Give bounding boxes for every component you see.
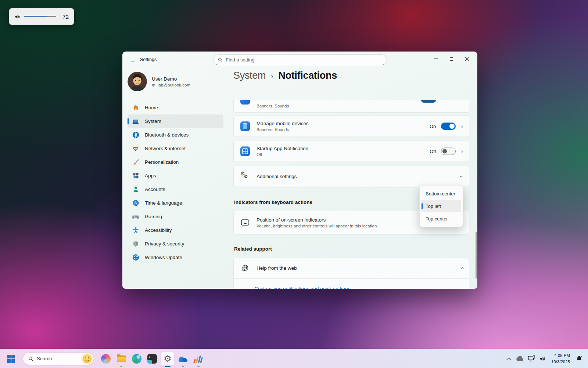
- sidebar-item-label: Gaming: [145, 214, 162, 219]
- manage-mobile-devices-row[interactable]: Manage mobile devices Banners, Sounds On…: [233, 116, 469, 137]
- onedrive-app-button[interactable]: [176, 352, 190, 365]
- settings-search-input[interactable]: [226, 57, 382, 63]
- tray-clock[interactable]: 4:05 PM 10/3/2025: [550, 353, 571, 365]
- file-explorer-icon: [116, 354, 126, 364]
- svg-text:z: z: [581, 355, 582, 358]
- toggle-state-label: Off: [430, 149, 436, 154]
- setting-subtitle: Volume, brightness and other controls wi…: [257, 224, 377, 228]
- clipped-setting-row[interactable]: Banners, Sounds: [233, 100, 469, 113]
- dropdown-option-bottom-center[interactable]: Bottom center: [421, 187, 461, 200]
- settings-app-button[interactable]: ⚙: [161, 352, 174, 365]
- help-link[interactable]: Customizing notifications and quick sett…: [254, 286, 350, 289]
- settings-window: ← Settings User Demo: [122, 52, 477, 289]
- colorful-bars-app-button[interactable]: [192, 352, 205, 365]
- help-link-row: Customizing notifications and quick sett…: [234, 279, 469, 289]
- setting-title: Help from the web: [257, 265, 297, 271]
- startup-app-notification-toggle[interactable]: [441, 148, 456, 155]
- tray-chevron-up[interactable]: [504, 354, 513, 363]
- setting-title: Position of on-screen indicators: [257, 217, 377, 223]
- accessibility-person-icon: [132, 227, 139, 234]
- running-indicator: [182, 366, 184, 367]
- search-icon: [218, 57, 223, 63]
- globe-search-icon: [240, 263, 250, 273]
- titlebar: ← Settings: [122, 52, 477, 68]
- desktop-wallpaper: 72 ← Settings: [0, 0, 588, 368]
- file-explorer-button[interactable]: [115, 352, 128, 365]
- sidebar-item-time-language[interactable]: Time & language: [128, 196, 223, 210]
- sidebar-item-label: Privacy & security: [145, 241, 184, 247]
- terminal-icon: ›_: [147, 354, 157, 364]
- setting-subtitle: Off: [257, 152, 308, 157]
- notification-bell-button[interactable]: z: [574, 354, 584, 363]
- sidebar-item-label: Network & internet: [145, 146, 186, 151]
- setting-title: Startup App Notification: [257, 146, 308, 151]
- user-email: m_lab@outlook.com: [152, 83, 190, 87]
- maximize-button[interactable]: [444, 54, 459, 64]
- weather-smiley-icon: [83, 354, 92, 363]
- sidebar-item-network[interactable]: Network & internet: [128, 142, 223, 155]
- sidebar-item-personalization[interactable]: Personalization: [128, 155, 223, 169]
- clock-globe-icon: [132, 199, 139, 207]
- section-header-related: Related support: [234, 246, 469, 252]
- sidebar-item-system[interactable]: System: [128, 114, 223, 128]
- user-name: User Demo: [152, 76, 190, 82]
- minimize-icon: [434, 59, 438, 59]
- page-title: Notifications: [278, 70, 337, 81]
- sidebar-item-apps[interactable]: Apps: [128, 169, 223, 183]
- search-icon: [28, 356, 33, 361]
- sidebar-item-privacy[interactable]: Privacy & security: [128, 237, 223, 251]
- tray-date: 10/3/2025: [551, 359, 570, 365]
- colorful-bars-app-icon: [193, 354, 204, 363]
- sidebar-item-label: Time & language: [145, 200, 182, 206]
- sidebar-item-bluetooth[interactable]: Bluetooth & devices: [128, 128, 223, 142]
- onedrive-icon: [178, 357, 188, 363]
- sidebar-item-accessibility[interactable]: Accessibility: [128, 223, 223, 237]
- toggle-state-label: On: [430, 124, 436, 129]
- position-dropdown-menu: Bottom center Top left Top center: [419, 185, 463, 227]
- toggle-partial[interactable]: [421, 100, 436, 103]
- copilot-button[interactable]: [99, 352, 112, 365]
- sidebar-item-label: Windows Update: [145, 255, 182, 260]
- volume-flyout: 72: [9, 8, 74, 25]
- manage-mobile-devices-toggle[interactable]: [441, 123, 456, 130]
- tray-network-icon[interactable]: [527, 354, 536, 363]
- sidebar-item-gaming[interactable]: Gaming: [128, 210, 223, 223]
- update-icon: [132, 254, 139, 261]
- back-button[interactable]: ←: [128, 55, 139, 65]
- close-button[interactable]: [459, 54, 474, 64]
- taskbar-search[interactable]: Search: [23, 353, 94, 365]
- edge-button[interactable]: [130, 352, 143, 365]
- dropdown-option-top-center[interactable]: Top center: [421, 212, 461, 225]
- bell-dnd-icon: z: [576, 355, 583, 362]
- gamepad-icon: [132, 213, 139, 220]
- person-icon: [132, 186, 139, 193]
- tray-time: 4:05 PM: [551, 353, 570, 359]
- volume-slider[interactable]: [24, 16, 56, 17]
- volume-value: 72: [61, 14, 69, 20]
- additional-settings-row[interactable]: ⚙ ⚙ Additional settings ›: [233, 166, 469, 187]
- sidebar-item-label: Personalization: [145, 159, 179, 165]
- tray-volume-icon[interactable]: [538, 354, 547, 363]
- edge-icon: [132, 354, 141, 364]
- dropdown-option-top-left[interactable]: Top left: [421, 200, 461, 212]
- copilot-icon: [101, 354, 111, 364]
- startup-app-notification-row[interactable]: Startup App Notification Off Off ›: [233, 141, 469, 162]
- sidebar-item-label: Accounts: [145, 187, 165, 192]
- sidebar-item-label: Bluetooth & devices: [145, 132, 189, 138]
- sidebar-item-home[interactable]: Home: [128, 101, 223, 114]
- terminal-button[interactable]: ›_: [146, 352, 159, 365]
- volume-slider-fill: [24, 16, 47, 17]
- help-from-web-row[interactable]: Help from the web ›: [234, 258, 469, 278]
- settings-search-box[interactable]: [213, 54, 387, 65]
- tray-onedrive-icon[interactable]: [516, 354, 524, 363]
- chevron-right-icon: ›: [461, 148, 463, 155]
- sidebar-item-accounts[interactable]: Accounts: [128, 183, 223, 196]
- breadcrumb-system[interactable]: System: [233, 70, 266, 81]
- scrollbar-thumb[interactable]: [476, 232, 477, 279]
- avatar: [128, 72, 147, 91]
- sidebar-item-windows-update[interactable]: Windows Update: [128, 251, 223, 264]
- start-button[interactable]: [4, 352, 18, 365]
- wifi-icon: [132, 145, 139, 152]
- user-account-card[interactable]: User Demo m_lab@outlook.com: [128, 72, 190, 91]
- minimize-button[interactable]: [428, 54, 444, 64]
